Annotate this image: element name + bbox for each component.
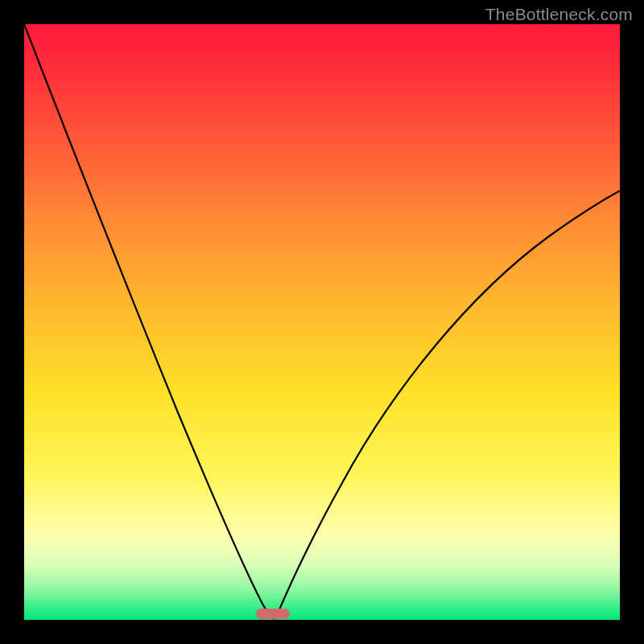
- curve-left-branch: [24, 24, 274, 619]
- cusp-marker: [256, 609, 290, 619]
- watermark-label: TheBottleneck.com: [485, 5, 633, 24]
- curve-svg: [24, 24, 620, 620]
- curve-right-branch: [275, 191, 620, 619]
- chart-frame: TheBottleneck.com: [0, 0, 644, 644]
- plot-area: [24, 24, 620, 620]
